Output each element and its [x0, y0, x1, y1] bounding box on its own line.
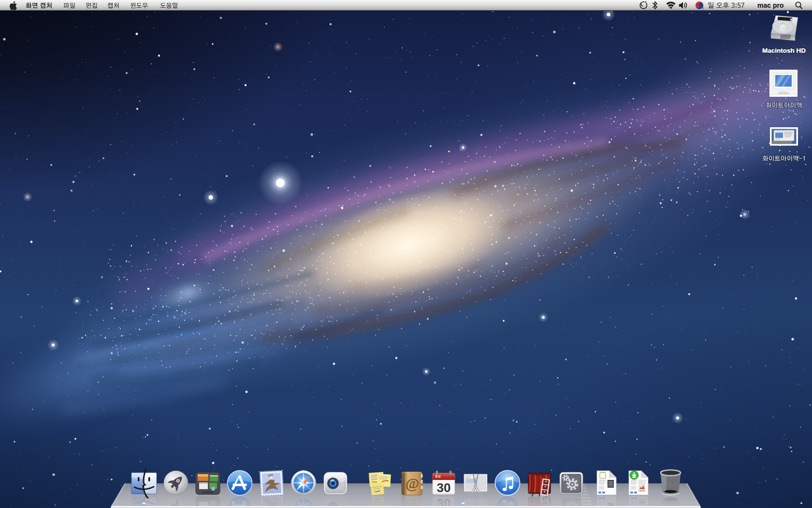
svg-text:2: 2 — [702, 6, 704, 10]
svg-text:mac pro: mac pro — [757, 1, 783, 9]
svg-text:Macintosh HD: Macintosh HD — [762, 47, 806, 54]
